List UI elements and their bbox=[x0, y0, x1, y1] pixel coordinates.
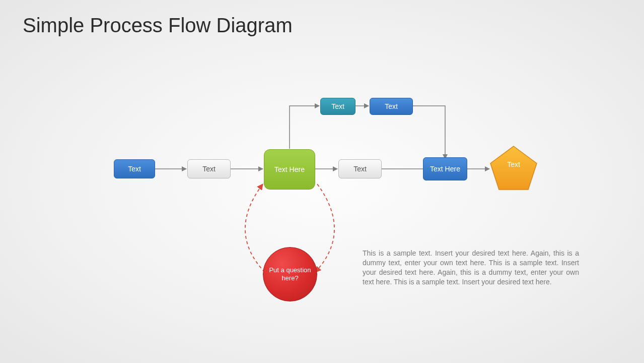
flow-node-2: Text bbox=[187, 159, 231, 178]
flow-node-1: Text bbox=[114, 159, 155, 178]
flow-node-6-pentagon: Text bbox=[489, 145, 538, 191]
pentagon-label: Text bbox=[489, 160, 538, 168]
flow-node-4: Text bbox=[338, 159, 382, 178]
flow-node-3-green: Text Here bbox=[264, 149, 315, 190]
flow-node-5: Text Here bbox=[423, 157, 467, 180]
flow-node-top-teal: Text bbox=[320, 98, 355, 115]
description-text: This is a sample text. Insert your desir… bbox=[363, 249, 579, 287]
flow-node-top-blue: Text bbox=[370, 98, 413, 115]
connector-layer bbox=[0, 0, 644, 363]
flow-node-circle: Put a question here? bbox=[263, 247, 317, 301]
diagram-canvas: Text Text Text Text Text Here Text Text … bbox=[0, 0, 644, 363]
